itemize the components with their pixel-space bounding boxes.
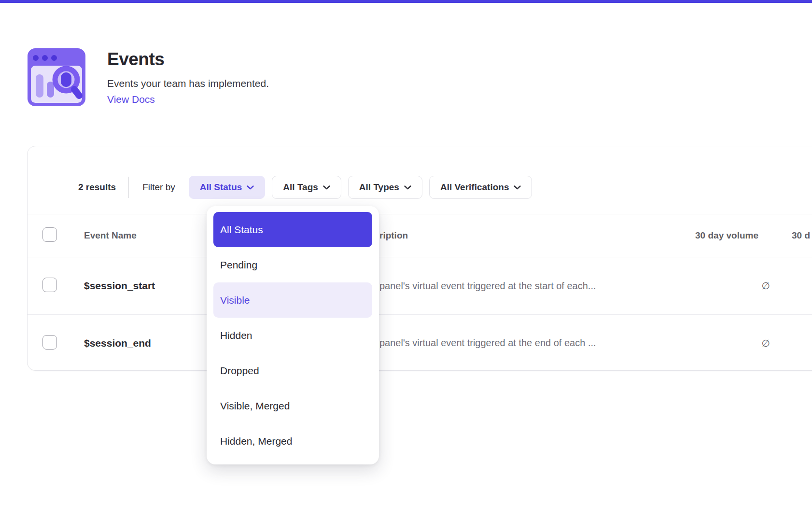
view-docs-link[interactable]: View Docs	[107, 94, 155, 105]
events-lexicon-page: Events Events your team has implemented.…	[0, 0, 812, 505]
filter-status-label: All Status	[200, 182, 242, 193]
event-description: panel's virtual event triggered at the e…	[379, 337, 646, 349]
event-30-day-volume: ∅	[646, 337, 771, 349]
table-row[interactable]: $session_start panel's virtual event tri…	[28, 257, 812, 314]
menu-item-visible-merged[interactable]: Visible, Merged	[213, 388, 372, 423]
table-header-row: Event Name ription 30 day volume 30 d	[28, 214, 812, 257]
filter-verifications-label: All Verifications	[440, 182, 509, 193]
events-app-icon	[28, 48, 85, 106]
menu-item-all-status[interactable]: All Status	[213, 212, 372, 247]
filter-tags-label: All Tags	[283, 182, 318, 193]
event-description: panel's virtual event triggered at the s…	[379, 281, 646, 292]
filter-types-label: All Types	[359, 182, 399, 193]
page-subtitle: Events your team has implemented.	[107, 78, 269, 89]
top-accent-bar	[0, 0, 812, 3]
column-header-30-day-users: 30 d	[771, 230, 812, 241]
select-all-checkbox[interactable]	[42, 227, 57, 242]
browser-bar-chart-magnifier-icon	[28, 48, 85, 106]
chevron-down-icon	[514, 185, 521, 190]
filter-by-label: Filter by	[142, 182, 175, 193]
page-header: Events Events your team has implemented.…	[28, 48, 269, 106]
menu-item-pending[interactable]: Pending	[213, 247, 372, 282]
menu-item-dropped[interactable]: Dropped	[213, 353, 372, 388]
event-30-day-volume: ∅	[646, 280, 771, 292]
column-header-description: ription	[379, 230, 646, 241]
row-checkbox[interactable]	[42, 278, 57, 292]
menu-item-hidden-merged[interactable]: Hidden, Merged	[213, 423, 372, 459]
toolbar-divider	[128, 177, 129, 198]
filter-types-button[interactable]: All Types	[348, 176, 422, 199]
filter-status-button[interactable]: All Status	[189, 176, 266, 199]
page-title: Events	[107, 49, 269, 70]
events-table-card: 2 results Filter by All Status All Tags …	[27, 146, 812, 371]
chevron-down-icon	[404, 185, 411, 190]
filter-toolbar: 2 results Filter by All Status All Tags …	[28, 146, 812, 214]
status-dropdown-menu: All Status Pending Visible Hidden Droppe…	[207, 206, 379, 464]
chevron-down-icon	[323, 185, 330, 190]
header-text: Events Events your team has implemented.…	[107, 48, 269, 106]
filter-tags-button[interactable]: All Tags	[272, 176, 341, 199]
row-checkbox[interactable]	[42, 335, 57, 350]
table-row[interactable]: $session_end panel's virtual event trigg…	[28, 314, 812, 371]
menu-item-hidden[interactable]: Hidden	[213, 318, 372, 353]
menu-item-visible[interactable]: Visible	[213, 282, 372, 318]
filter-verifications-button[interactable]: All Verifications	[429, 176, 532, 199]
chevron-down-icon	[247, 185, 254, 190]
results-count: 2 results	[78, 182, 116, 193]
column-header-30-day-volume: 30 day volume	[646, 230, 771, 241]
